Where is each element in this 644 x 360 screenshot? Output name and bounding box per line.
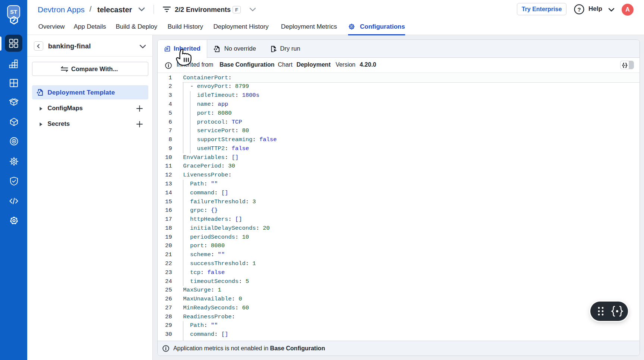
- svg-text:?: ?: [577, 6, 581, 13]
